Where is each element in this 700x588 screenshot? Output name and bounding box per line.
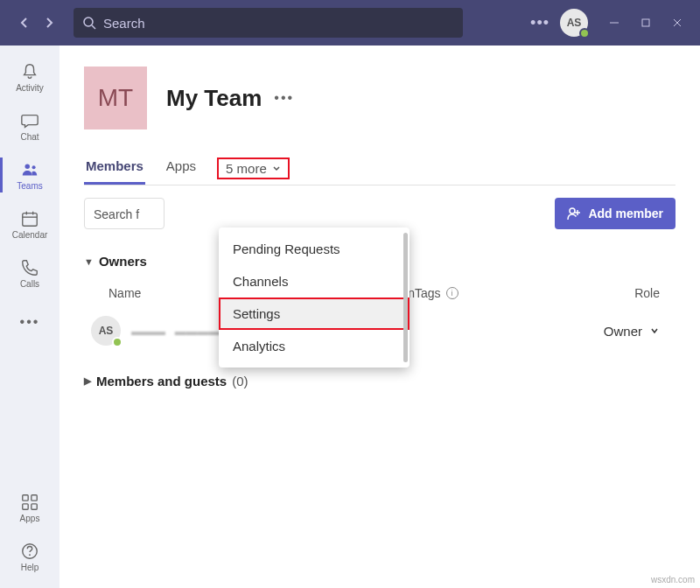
add-member-label: Add member xyxy=(588,206,663,220)
toolbar: Search f Add member xyxy=(84,198,676,229)
members-guests-count: (0) xyxy=(232,374,248,388)
bell-icon xyxy=(20,62,39,81)
titlebar-right: ••• AS xyxy=(530,9,693,37)
chevron-down-icon xyxy=(272,164,281,173)
svg-rect-13 xyxy=(32,494,37,500)
close-button[interactable] xyxy=(662,10,693,36)
dropdown-item-analytics[interactable]: Analytics xyxy=(219,330,410,362)
watermark: wsxdn.com xyxy=(651,575,695,584)
avatar-initials: AS xyxy=(567,17,582,29)
tab-apps[interactable]: Apps xyxy=(164,158,198,185)
presence-available-icon xyxy=(112,337,122,347)
svg-point-7 xyxy=(32,165,36,169)
col-tags: Tags i xyxy=(415,286,520,300)
sidebar-item-label: Calendar xyxy=(12,230,48,240)
dropdown-item-pending-requests[interactable]: Pending Requests xyxy=(219,233,410,265)
help-icon xyxy=(20,542,39,561)
scrollbar[interactable] xyxy=(403,233,408,362)
chevron-down-icon xyxy=(649,326,660,336)
member-avatar[interactable]: AS xyxy=(91,316,121,346)
svg-point-0 xyxy=(84,18,93,26)
nav-arrows xyxy=(7,12,66,33)
window-controls xyxy=(598,10,693,36)
team-icon: MT xyxy=(84,66,147,130)
sidebar-item-label: Activity xyxy=(16,83,44,93)
sidebar-item-label: Calls xyxy=(20,279,39,289)
add-member-button[interactable]: Add member xyxy=(555,198,676,229)
caret-right-icon: ▶ xyxy=(84,375,91,387)
svg-point-17 xyxy=(29,554,31,556)
minimize-button[interactable] xyxy=(598,10,630,36)
calendar-icon xyxy=(20,209,39,228)
caret-down-icon: ▼ xyxy=(84,256,94,267)
sidebar-item-label: Help xyxy=(21,563,39,572)
svg-rect-14 xyxy=(23,503,28,508)
tab-more-label: 5 more xyxy=(226,161,267,176)
search-input[interactable] xyxy=(103,16,454,31)
sidebar-item-help[interactable]: Help xyxy=(0,532,60,581)
add-person-icon xyxy=(567,206,581,220)
titlebar: ••• AS xyxy=(0,0,700,46)
user-avatar[interactable]: AS xyxy=(560,9,588,37)
tabs: Members Apps 5 more xyxy=(84,158,676,186)
presence-available-icon xyxy=(579,28,590,38)
sidebar-item-apps[interactable]: Apps xyxy=(0,483,60,532)
more-options-icon[interactable]: ••• xyxy=(530,14,550,32)
tab-members[interactable]: Members xyxy=(84,158,145,185)
sidebar-item-label: Apps xyxy=(20,514,40,523)
sidebar-item-calls[interactable]: Calls xyxy=(0,248,60,298)
owners-label: Owners xyxy=(99,254,147,269)
svg-rect-3 xyxy=(642,19,649,26)
team-name: My Team xyxy=(166,85,262,112)
maximize-button[interactable] xyxy=(630,10,662,36)
dropdown-item-settings[interactable]: Settings xyxy=(219,298,410,330)
role-dropdown[interactable]: Owner xyxy=(604,324,660,339)
role-label: Owner xyxy=(604,324,642,339)
sidebar-item-label: Chat xyxy=(20,132,38,142)
sidebar-item-activity[interactable]: Activity xyxy=(0,52,60,102)
forward-button[interactable] xyxy=(38,12,60,33)
sidebar-item-calendar[interactable]: Calendar xyxy=(0,200,60,248)
search-members-input[interactable]: Search f xyxy=(84,198,164,229)
back-button[interactable] xyxy=(14,12,35,33)
more-tabs-dropdown: Pending Requests Channels Settings Analy… xyxy=(219,228,410,368)
col-role: Role xyxy=(634,286,660,300)
svg-rect-8 xyxy=(23,213,38,226)
svg-point-18 xyxy=(570,208,575,214)
search-box[interactable] xyxy=(74,8,463,38)
members-guests-section-header[interactable]: ▶ Members and guests (0) xyxy=(84,365,676,397)
svg-rect-12 xyxy=(23,494,28,500)
main-content: MT My Team ••• Members Apps 5 more Searc… xyxy=(60,46,700,588)
sidebar-item-chat[interactable]: Chat xyxy=(0,102,60,150)
member-initials: AS xyxy=(99,325,114,337)
sidebar: Activity Chat Teams Calendar Calls ••• A… xyxy=(0,46,60,588)
more-icon: ••• xyxy=(20,314,40,330)
apps-icon xyxy=(20,493,39,512)
tab-more[interactable]: 5 more xyxy=(217,158,290,179)
sidebar-item-label: Teams xyxy=(17,181,42,191)
chat-icon xyxy=(20,111,39,130)
svg-line-1 xyxy=(92,25,95,29)
members-guests-label: Members and guests xyxy=(96,374,227,388)
sidebar-item-teams[interactable]: Teams xyxy=(0,150,60,200)
svg-rect-15 xyxy=(32,503,37,508)
sidebar-more[interactable]: ••• xyxy=(0,298,60,346)
info-icon[interactable]: i xyxy=(446,287,458,299)
teams-icon xyxy=(20,160,39,179)
dropdown-item-channels[interactable]: Channels xyxy=(219,265,410,298)
search-icon xyxy=(82,16,96,30)
phone-icon xyxy=(20,258,39,277)
team-more-options[interactable]: ••• xyxy=(274,90,294,106)
team-header: MT My Team ••• xyxy=(84,66,676,130)
svg-point-6 xyxy=(25,164,31,169)
